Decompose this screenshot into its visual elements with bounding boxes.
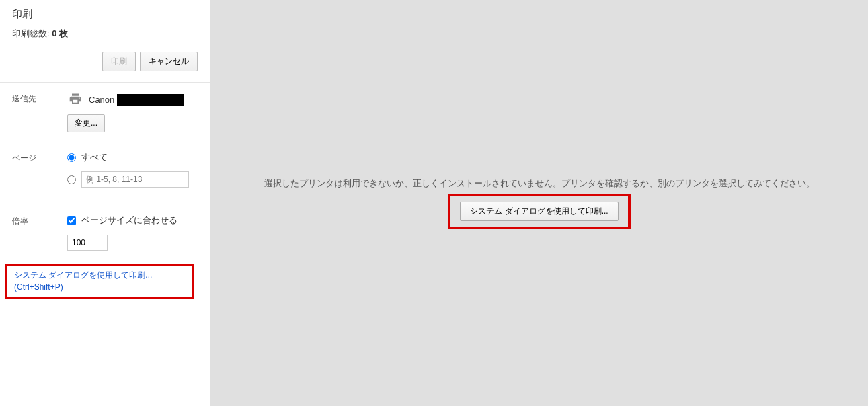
pages-range-input[interactable]	[81, 171, 189, 188]
pages-all-label: すべて	[81, 151, 108, 163]
scale-label: 倍率	[12, 214, 67, 251]
system-dialog-link-highlight: システム ダイアログを使用して印刷... (Ctrl+Shift+P)	[5, 264, 194, 299]
cancel-button[interactable]: キャンセル	[140, 52, 198, 71]
destination-label: 送信先	[12, 92, 67, 132]
change-printer-button[interactable]: 変更...	[67, 114, 105, 132]
printer-icon	[67, 92, 83, 108]
print-total-prefix: 印刷総数:	[12, 28, 52, 38]
printer-error-message: 選択したプリンタは利用できないか、正しくインストールされていません。プリンタを確…	[264, 177, 815, 191]
printer-row: Canon	[67, 92, 198, 108]
pages-range-radio[interactable]	[67, 175, 76, 184]
print-sidebar: 印刷 印刷総数: 0 枚 印刷 キャンセル 送信先 Canon 変更... ペー…	[0, 0, 210, 406]
dialog-title: 印刷	[12, 8, 198, 21]
fit-to-page-checkbox[interactable]	[67, 216, 76, 225]
pages-all-radio[interactable]	[67, 153, 76, 162]
fit-to-page-label: ページサイズに合わせる	[81, 214, 177, 227]
pages-section: ページ すべて	[0, 142, 210, 205]
fit-to-page-row: ページサイズに合わせる	[67, 214, 198, 227]
system-dialog-link[interactable]: システム ダイアログを使用して印刷... (Ctrl+Shift+P)	[14, 269, 185, 293]
preview-pane: 選択したプリンタは利用できないか、正しくインストールされていません。プリンタを確…	[210, 0, 868, 406]
system-dialog-shortcut: (Ctrl+Shift+P)	[14, 281, 185, 293]
system-dialog-button[interactable]: システム ダイアログを使用して印刷...	[460, 202, 618, 221]
pages-range-row	[67, 171, 198, 188]
printer-prefix: Canon	[89, 95, 114, 105]
action-buttons: 印刷 キャンセル	[0, 45, 210, 83]
scale-input[interactable]	[67, 235, 108, 251]
printer-name: Canon	[89, 94, 184, 106]
print-total: 印刷総数: 0 枚	[12, 28, 198, 40]
print-button[interactable]: 印刷	[102, 52, 136, 71]
printer-redacted	[117, 94, 184, 106]
pages-label: ページ	[12, 151, 67, 196]
scale-section: 倍率 ページサイズに合わせる	[0, 205, 210, 260]
destination-section: 送信先 Canon 変更...	[0, 83, 210, 142]
system-dialog-button-highlight: システム ダイアログを使用して印刷...	[448, 194, 630, 229]
pages-all-row: すべて	[67, 151, 198, 163]
system-dialog-link-text: システム ダイアログを使用して印刷...	[14, 270, 152, 280]
print-total-count: 0 枚	[52, 28, 68, 38]
sidebar-header: 印刷 印刷総数: 0 枚	[0, 0, 210, 45]
